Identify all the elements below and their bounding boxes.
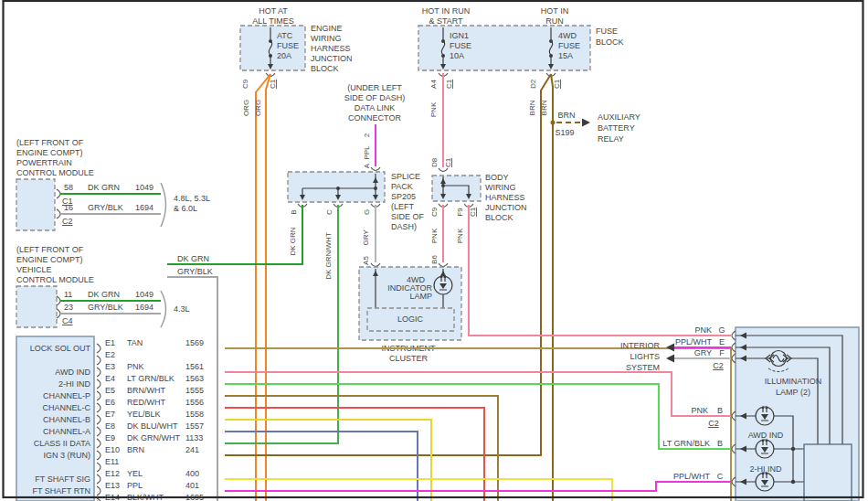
svg-text:& START: & START	[429, 16, 463, 26]
entry-wire-pnk-g: PNK	[694, 325, 712, 335]
interior-lights-arrow-icon	[666, 355, 674, 363]
vcm-pin1-circuit: 1049	[135, 290, 153, 299]
entry-pin-b: B	[717, 406, 723, 415]
svg-text:RUN: RUN	[545, 16, 564, 26]
row-pin: E7	[105, 410, 115, 419]
fwd-fuse-label: 4WD	[558, 31, 577, 40]
svg-text:FUSE: FUSE	[558, 41, 580, 50]
svg-text:RED/WHT: RED/WHT	[127, 398, 165, 407]
pcm-engine-bracket	[161, 183, 166, 227]
svg-text:PNK: PNK	[127, 362, 144, 371]
illumination-lamp-label: ILLUMINATION	[765, 377, 821, 386]
org-wire-label-1: ORG	[242, 100, 250, 116]
svg-text:FUSE: FUSE	[450, 41, 471, 50]
row-label-ign3-run: IGN 3 (RUN)	[44, 451, 91, 460]
svg-text:FUSE: FUSE	[277, 41, 299, 50]
svg-text:DK GRN/WHT: DK GRN/WHT	[127, 433, 180, 442]
svg-text:1133: 1133	[185, 433, 203, 442]
hot-at-label: HOT AT	[259, 6, 288, 16]
vcm-engine-label: 4.3L	[174, 304, 190, 314]
body-entry-pin-c1: C1	[444, 157, 452, 167]
engine-exit-pin-c1: C1	[269, 79, 277, 89]
body-exit-pin-f9: F9	[456, 208, 464, 217]
splice-exit-pin-g: G	[363, 209, 371, 215]
entry-conn-c2b: C2	[708, 419, 719, 428]
hot-at-label2: ALL TIMES	[252, 16, 294, 26]
svg-text:LT GRN/BLK: LT GRN/BLK	[127, 374, 175, 383]
splice-exit-pin-c: C	[325, 209, 333, 215]
dlc-label: (UNDER LEFT	[347, 83, 402, 92]
body-junction-block: D8 C1 BODY WIRING HARNESS JUNCTION BLOCK…	[430, 157, 731, 336]
transfer-case-connector-table: LOCK SOL OUT AWD IND 2-HI IND CHANNEL-P …	[16, 336, 731, 501]
vcm-pin2-circuit: 1694	[135, 303, 153, 312]
splice-exit-pin-b: B	[290, 209, 298, 214]
pcm-engines-label: 4.8L, 5.3L	[174, 194, 210, 203]
relay-arrow-icon	[582, 119, 590, 127]
svg-text:1556: 1556	[185, 398, 204, 407]
svg-text:401: 401	[185, 481, 199, 490]
svg-text:1569: 1569	[185, 338, 204, 347]
row-pin: E5	[105, 386, 115, 395]
pcm-box	[16, 179, 55, 230]
shift-control-module: PNK G PPL/WHT E GRY F C2 PNK B C2 LT GRN…	[662, 325, 859, 501]
svg-text:CONTROL MODULE: CONTROL MODULE	[16, 275, 94, 284]
body-junction-box	[432, 176, 481, 201]
engine-block-label: ENGINE	[311, 24, 343, 33]
row-pin: E6	[105, 398, 115, 407]
dk-grn-wht-wire-label: DK GRN/WHT	[324, 232, 333, 280]
interior-lights-arrow-icon	[666, 344, 674, 352]
entry-conn-c2: C2	[713, 361, 724, 370]
splice-entry-pin-a: A	[363, 163, 371, 168]
gry-wire-label: GRY	[362, 229, 370, 246]
entry-wire-pplwht-c: PPL/WHT	[673, 472, 711, 481]
table-pin-connectors	[97, 344, 101, 501]
wiring-diagram-page: HOT AT ALL TIMES ATC FUSE 20A ENGINE WIR…	[0, 0, 868, 501]
svg-text:CONTROL MODULE: CONTROL MODULE	[16, 168, 94, 177]
svg-text:20A: 20A	[277, 51, 291, 60]
vcm-pin2-wire: GRY/BLK	[88, 303, 123, 312]
entry-wire-pplwht-e: PPL/WHT	[675, 337, 713, 346]
svg-text:BLOCK: BLOCK	[596, 37, 624, 47]
vcm-pin2: 23	[64, 303, 73, 312]
svg-text:HARNESS: HARNESS	[485, 193, 525, 202]
fwd-exit-pin-d2: D2	[529, 79, 537, 89]
pcm-pin2-wire: GRY/BLK	[88, 203, 123, 212]
ppl-wire-e13	[225, 482, 731, 491]
row-pin: E12	[105, 469, 120, 478]
row-label-ft-shaft-sig: FT SHAFT SIG	[35, 474, 90, 484]
entry-pin-f: F	[719, 348, 725, 357]
vcm-engine-bracket	[161, 291, 166, 327]
row-pin: E2	[105, 350, 115, 359]
cluster-pin-b6: B6	[430, 255, 439, 264]
lt-grn-blk-wire-e4	[225, 384, 731, 449]
vcm-pin1-wire: DK GRN	[88, 290, 120, 299]
cluster-pin-a5: A5	[362, 256, 370, 265]
body-exit2-wire-label: PNK	[456, 228, 464, 243]
svg-text:BRN/WHT: BRN/WHT	[127, 386, 165, 395]
brn-wire-label-1: BRN	[528, 100, 536, 115]
row-pin: E3	[105, 362, 115, 371]
svg-text:15A: 15A	[558, 51, 573, 60]
fwd-exit-pin-c1: C1	[553, 79, 561, 89]
svg-text:SP205: SP205	[391, 192, 416, 201]
hot-in-run-label: HOT IN	[541, 6, 568, 16]
ign1-exit-pin-a4: A4	[429, 80, 438, 89]
module-inner-box	[804, 444, 852, 501]
svg-text:DATA LINK: DATA LINK	[355, 103, 396, 112]
relay-wire-label: BRN	[557, 111, 575, 120]
entry-wire-pnk-b: PNK	[691, 406, 708, 415]
org-wire-2	[266, 74, 270, 501]
entry-wire-gry-f: GRY	[694, 348, 712, 357]
svg-text:RELAY: RELAY	[598, 134, 624, 144]
atc-fuse-label: ATC	[277, 31, 293, 40]
svg-text:BATTERY: BATTERY	[598, 123, 635, 133]
svg-text:SIDE OF DASH): SIDE OF DASH)	[344, 93, 406, 102]
row-label-channel-a: CHANNEL-A	[43, 427, 90, 436]
svg-text:DASH): DASH)	[391, 222, 417, 231]
svg-text:BLOCK: BLOCK	[311, 64, 339, 73]
vcm-box	[16, 286, 57, 327]
entry-pin-b2: B	[717, 439, 723, 448]
row-label-channel-p: CHANNEL-P	[43, 391, 90, 400]
svg-text:1561: 1561	[185, 362, 204, 371]
row-pin: E9	[105, 433, 115, 442]
